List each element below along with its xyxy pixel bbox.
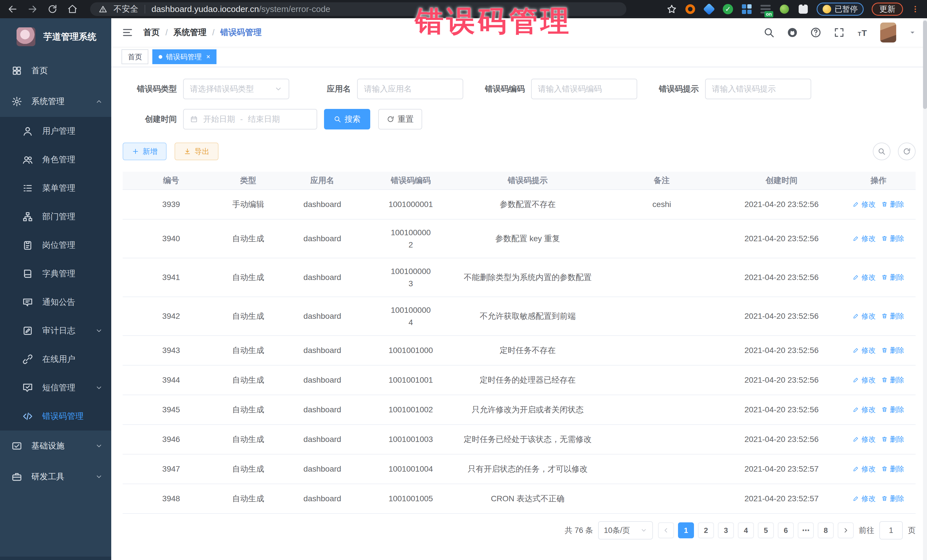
page-button-3[interactable]: 3 <box>718 522 734 538</box>
sidebar-item-1[interactable]: 系统管理 <box>0 86 111 117</box>
delete-link[interactable]: 删除 <box>881 234 904 243</box>
github-icon[interactable] <box>787 27 798 38</box>
error-msg-input[interactable] <box>712 84 804 94</box>
add-button[interactable]: 新增 <box>123 143 167 160</box>
caret-down-icon[interactable] <box>908 28 917 37</box>
page-scrollbar[interactable] <box>923 18 927 560</box>
export-button[interactable]: 导出 <box>175 143 219 160</box>
error-code-input[interactable] <box>538 84 631 94</box>
dashboard-icon <box>11 65 24 76</box>
delete-link[interactable]: 删除 <box>881 434 904 444</box>
forward-button[interactable] <box>27 4 38 14</box>
edit-link[interactable]: 修改 <box>853 200 876 209</box>
tab-1[interactable]: 错误码管理× <box>152 49 216 64</box>
delete-link[interactable]: 删除 <box>881 273 904 282</box>
sidebar-item-6[interactable]: 岗位管理 <box>0 231 111 260</box>
prev-page-button[interactable] <box>658 522 674 538</box>
reload-button[interactable] <box>47 4 58 14</box>
sidebar-item-9[interactable]: 审计日志 <box>0 317 111 345</box>
breadcrumb-home[interactable]: 首页 <box>143 27 160 38</box>
edit-link[interactable]: 修改 <box>853 464 876 473</box>
sidebar-item-label: 审计日志 <box>42 325 75 337</box>
delete-link[interactable]: 删除 <box>881 405 904 414</box>
app-name-input[interactable] <box>364 84 456 94</box>
pager-ellipsis[interactable]: ⋯ <box>798 522 814 538</box>
delete-link[interactable]: 删除 <box>881 200 904 209</box>
table-cell: 3944 <box>123 374 220 386</box>
delete-link[interactable]: 删除 <box>881 311 904 321</box>
edit-link[interactable]: 修改 <box>853 234 876 243</box>
page-button-4[interactable]: 4 <box>738 522 754 538</box>
tag-view-bar: 首页错误码管理× <box>111 47 927 67</box>
menu-list-icon <box>22 183 35 194</box>
edit-link[interactable]: 修改 <box>853 434 876 444</box>
sidebar-item-2[interactable]: 用户管理 <box>0 117 111 146</box>
extension-list-icon[interactable]: on <box>760 4 771 15</box>
search-button[interactable]: 搜索 <box>324 109 370 129</box>
home-button[interactable] <box>67 4 78 14</box>
sidebar-item-14[interactable]: 研发工具 <box>0 461 111 492</box>
page-button-1[interactable]: 1 <box>678 522 694 538</box>
address-bar[interactable]: 不安全 dashboard.yudao.iocoder.cn/system/er… <box>90 2 626 16</box>
extension-orange-icon[interactable] <box>685 4 696 15</box>
sidebar-item-8[interactable]: 通知公告 <box>0 288 111 317</box>
sidebar-item-3[interactable]: 角色管理 <box>0 146 111 174</box>
fontsize-icon[interactable]: TT <box>857 27 868 38</box>
page-button-2[interactable]: 2 <box>698 522 714 538</box>
table-cell: dashboard <box>277 463 368 475</box>
users-icon <box>22 154 35 165</box>
goto-page-input[interactable] <box>879 521 903 539</box>
delete-link[interactable]: 删除 <box>881 464 904 473</box>
edit-link[interactable]: 修改 <box>853 494 876 503</box>
table-cell: 1001001000 <box>368 343 453 358</box>
reset-button[interactable]: 重置 <box>378 109 422 129</box>
page-button-8[interactable]: 8 <box>818 522 834 538</box>
help-icon[interactable] <box>810 27 821 38</box>
bookmark-star-icon[interactable] <box>667 4 677 14</box>
user-avatar[interactable] <box>880 23 896 42</box>
sidebar-item-4[interactable]: 菜单管理 <box>0 174 111 202</box>
table-cell: 不允许获取敏感配置到前端 <box>453 309 602 323</box>
close-icon[interactable]: × <box>206 53 210 60</box>
search-icon[interactable] <box>763 27 775 38</box>
page-button-6[interactable]: 6 <box>778 522 794 538</box>
app-logo-row[interactable]: 芋道管理系统 <box>0 18 111 55</box>
page-button-5[interactable]: 5 <box>758 522 774 538</box>
extension-gem-icon[interactable] <box>704 4 714 15</box>
sidebar-item-5[interactable]: 部门管理 <box>0 202 111 231</box>
sidebar-item-11[interactable]: 短信管理 <box>0 373 111 402</box>
browser-update-button[interactable]: 更新 <box>872 3 903 16</box>
scrollbar-thumb[interactable] <box>923 21 927 109</box>
page-size-select[interactable]: 10条/页 <box>598 521 653 539</box>
delete-link[interactable]: 删除 <box>881 346 904 355</box>
breadcrumb-system[interactable]: 系统管理 <box>173 27 207 38</box>
edit-link[interactable]: 修改 <box>853 273 876 282</box>
hamburger-icon[interactable] <box>122 27 134 38</box>
edit-link[interactable]: 修改 <box>853 375 876 385</box>
sidebar-item-10[interactable]: 在线用户 <box>0 345 111 373</box>
date-range-picker[interactable]: 开始日期 - 结束日期 <box>183 109 317 129</box>
edit-link[interactable]: 修改 <box>853 405 876 414</box>
sidebar-item-12[interactable]: 错误码管理 <box>0 402 111 431</box>
table-row: 3940自动生成dashboard100100000 2参数配置 key 重复2… <box>123 220 916 258</box>
sidebar-item-13[interactable]: 基础设施 <box>0 431 111 461</box>
toggle-search-button[interactable] <box>873 143 891 160</box>
edit-link[interactable]: 修改 <box>853 346 876 355</box>
delete-link[interactable]: 删除 <box>881 375 904 385</box>
paused-extension-badge[interactable]: 已暂停 <box>817 3 864 16</box>
delete-link[interactable]: 删除 <box>881 494 904 503</box>
fullscreen-icon[interactable] <box>833 27 845 38</box>
sidebar-item-0[interactable]: 首页 <box>0 55 111 86</box>
tab-0[interactable]: 首页 <box>122 49 148 64</box>
edit-link[interactable]: 修改 <box>853 311 876 321</box>
extensions-puzzle-icon[interactable] <box>798 4 808 15</box>
extension-grid-icon[interactable] <box>741 4 752 15</box>
extension-key-icon[interactable] <box>779 4 790 15</box>
error-type-select[interactable]: 请选择错误码类型 <box>183 79 289 99</box>
back-button[interactable] <box>8 4 18 14</box>
extension-check-icon[interactable]: ✓ <box>722 4 733 15</box>
browser-menu-button[interactable] <box>911 5 919 14</box>
sidebar-item-7[interactable]: 字典管理 <box>0 260 111 288</box>
next-page-button[interactable] <box>838 522 854 538</box>
refresh-table-button[interactable] <box>898 143 916 160</box>
